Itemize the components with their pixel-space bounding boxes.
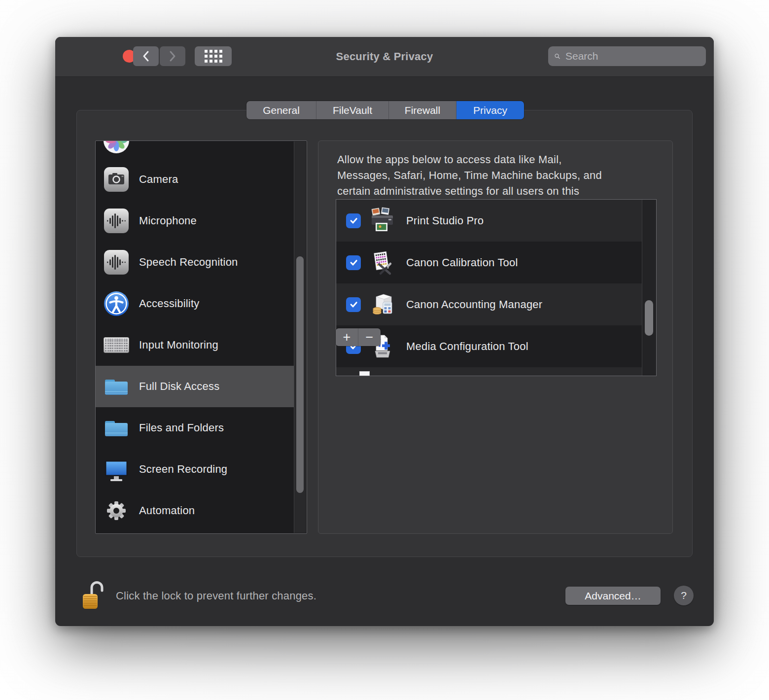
keyboard-icon [103,331,130,359]
accessibility-icon [103,290,130,317]
desktop-background: Security & Privacy General FileVault Fir… [0,0,769,700]
sidebar-item-photos-partial[interactable] [96,141,307,159]
search-icon [554,51,560,62]
app-row-canon-calibration-tool[interactable]: Canon Calibration Tool [336,242,656,283]
search-field[interactable] [548,46,706,66]
remove-app-button[interactable]: − [358,328,381,346]
sidebar-item-label: Automation [139,504,195,517]
app-row-media-configuration-tool[interactable]: Media Configuration Tool [336,325,656,367]
privacy-categories-sidebar: Camera Microphone [95,140,307,534]
allowed-apps-list: Print Studio Pro [336,199,657,376]
title-bar: Security & Privacy [55,37,714,77]
app-name: Print Studio Pro [406,214,484,227]
advanced-button[interactable]: Advanced… [565,587,661,605]
sidebar-item-label: Camera [139,173,178,186]
checkbox-checked[interactable] [346,255,361,270]
sidebar-item-camera[interactable]: Camera [96,159,294,200]
tab-bar: General FileVault Firewall Privacy [246,101,524,119]
unlocked-padlock-icon [81,579,104,611]
help-button[interactable]: ? [674,586,694,605]
checkbox-checked[interactable] [346,213,361,228]
sidebar-item-label: Files and Folders [139,421,224,434]
app-row-partial [336,367,656,376]
lock-button[interactable] [81,579,104,613]
sidebar-item-label: Input Monitoring [139,339,218,351]
folder-icon [103,414,130,442]
description-line: certain administrative settings for all … [337,183,663,199]
sidebar-item-speech-recognition[interactable]: Speech Recognition [96,242,294,283]
print-studio-pro-icon [369,207,396,235]
sidebar-item-label: Accessibility [139,297,199,310]
app-row-canon-accounting-manager[interactable]: Canon Accounting Manager [336,283,656,325]
tab-general[interactable]: General [246,101,316,119]
waveform-icon [103,207,130,235]
lock-message: Click the lock to prevent further change… [116,590,316,602]
sidebar-scrollbar-track[interactable] [294,141,306,533]
camera-icon [103,166,130,193]
description-line: Allow the apps below to access data like… [337,152,663,168]
search-input[interactable] [564,50,700,63]
app-row-print-studio-pro[interactable]: Print Studio Pro [336,200,656,242]
checkbox-checked[interactable] [346,297,361,312]
display-icon [103,455,130,483]
sidebar-item-files-and-folders[interactable]: Files and Folders [96,407,294,449]
back-button[interactable] [133,46,159,66]
sidebar-item-automation[interactable]: Automation [96,490,294,531]
show-all-preferences-button[interactable] [195,46,232,66]
sidebar-item-label: Speech Recognition [139,256,238,269]
tab-filevault[interactable]: FileVault [316,101,389,119]
chevron-right-icon [168,50,177,62]
tab-privacy[interactable]: Privacy [456,101,524,119]
photos-icon [103,141,130,154]
sidebar-item-input-monitoring[interactable]: Input Monitoring [96,324,294,366]
sidebar-item-full-disk-access[interactable]: Full Disk Access [96,366,294,407]
description-line: Messages, Safari, Home, Time Machine bac… [337,168,663,183]
sidebar-item-screen-recording[interactable]: Screen Recording [96,449,294,490]
canon-accounting-manager-icon [369,291,396,318]
sidebar-item-label: Screen Recording [139,463,227,476]
panel-description: Allow the apps below to access data like… [337,152,663,199]
list-scrollbar-thumb[interactable] [645,300,653,336]
add-remove-control: + − [336,328,381,346]
gear-icon [103,497,130,525]
full-disk-access-panel: Allow the apps below to access data like… [318,140,673,534]
tab-firewall[interactable]: Firewall [389,101,456,119]
checkmark-icon [349,300,358,309]
chevron-left-icon [141,50,150,62]
sidebar-item-accessibility[interactable]: Accessibility [96,283,294,324]
partial-app-icon [359,371,370,376]
app-name: Media Configuration Tool [406,340,528,353]
sidebar-item-microphone[interactable]: Microphone [96,200,294,242]
canon-calibration-tool-icon [369,249,396,277]
app-name: Canon Calibration Tool [406,256,518,269]
forward-button[interactable] [160,46,185,66]
folder-icon [103,373,130,400]
sidebar-item-label: Full Disk Access [139,380,219,393]
sidebar-item-label: Microphone [139,214,197,227]
app-name: Canon Accounting Manager [406,298,542,311]
list-scrollbar-track[interactable] [642,200,656,376]
security-privacy-window: Security & Privacy General FileVault Fir… [55,37,714,626]
add-app-button[interactable]: + [336,328,358,346]
sidebar-scrollbar-thumb[interactable] [296,256,304,493]
grid-icon [205,50,222,63]
checkmark-icon [349,216,358,225]
checkmark-icon [349,258,358,267]
waveform-icon [103,248,130,276]
